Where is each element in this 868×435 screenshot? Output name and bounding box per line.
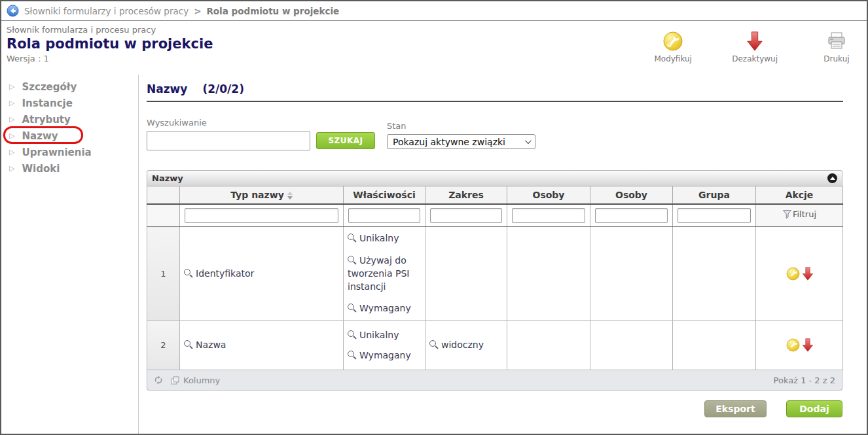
page-title: Rola podmiotu w projekcie [7, 36, 213, 52]
deactivate-arrow-icon [746, 30, 763, 52]
wrench-icon [662, 30, 684, 52]
filter-row: Filtruj [147, 204, 843, 227]
main-content: Nazwy (2/0/2) Wyszukiwanie SZUKAJ Stan P… [139, 75, 867, 434]
search-label: Wyszukiwanie [147, 118, 310, 128]
app-window: Słowniki formularzy i procesów pracy > R… [0, 0, 868, 435]
filter-input-osoby-1[interactable] [512, 208, 585, 223]
sidebar-item-uprawnienia[interactable]: ▷ Uprawnienia [1, 144, 138, 160]
sidebar-item-nazwy[interactable]: ▷ Nazwy [1, 128, 138, 144]
expand-triangle-icon: ▷ [9, 148, 14, 156]
row-number: 1 [147, 227, 180, 321]
filter-input-wlasciwosci[interactable] [348, 208, 420, 223]
dictionary-subtitle: Słownik formularza i procesu pracy [7, 25, 213, 35]
panel-title: Nazwy [152, 173, 183, 183]
collapse-panel-button[interactable] [827, 173, 837, 183]
column-header-typ-nazwy[interactable]: Typ nazwy [180, 186, 344, 204]
panel-header: Nazwy [147, 170, 842, 186]
expand-triangle-icon: ▷ [9, 116, 14, 123]
sidebar-item-widoki[interactable]: ▷ Widoki [1, 160, 138, 177]
filter-input-grupa[interactable] [678, 208, 751, 223]
add-button[interactable]: Dodaj [786, 400, 842, 417]
state-filter-select[interactable]: Pokazuj aktywne związki [387, 134, 535, 149]
print-button[interactable]: Drukuj [817, 30, 856, 63]
osoby-cell-2 [590, 321, 673, 370]
osoby-cell-2 [590, 227, 673, 321]
table-row: 1 Identyfikator Unikalny Używaj do tworz… [147, 227, 843, 321]
columns-button[interactable]: Kolumny [171, 375, 220, 385]
chevron-down-icon [525, 137, 532, 144]
names-table: Typ nazwy Właściwości Zakres Osoby Osoby… [147, 186, 843, 370]
sidebar: ▷ Szczegóły ▷ Instancje ▷ Atrybuty ▷ Naz… [1, 75, 139, 434]
breadcrumb: Słowniki formularzy i procesów pracy > R… [1, 1, 867, 21]
magnifier-icon[interactable] [184, 269, 193, 278]
state-filter-selected-value: Pokazuj aktywne związki [393, 137, 505, 147]
search-area: Wyszukiwanie SZUKAJ Stan Pokazuj aktywne… [147, 118, 843, 150]
paging-info: Pokaż 1 - 2 z 2 [774, 375, 835, 385]
table-header-row: Typ nazwy Właściwości Zakres Osoby Osoby… [147, 186, 843, 204]
osoby-cell-1 [507, 321, 590, 370]
magnifier-icon[interactable] [348, 351, 357, 360]
sidebar-item-szczegoly[interactable]: ▷ Szczegóły [1, 78, 138, 95]
triangle-up-icon [830, 177, 835, 180]
grupa-cell [673, 227, 756, 321]
table-footer: Kolumny Pokaż 1 - 2 z 2 [147, 370, 842, 391]
export-button[interactable]: Eksport [704, 400, 767, 417]
section-header: Nazwy (2/0/2) [147, 82, 843, 102]
sort-icon[interactable] [287, 192, 293, 200]
magnifier-icon[interactable] [348, 330, 357, 339]
column-header-zakres: Zakres [425, 186, 507, 204]
version-label: Wersja : 1 [7, 54, 213, 63]
magnifier-icon[interactable] [184, 340, 193, 349]
column-header-wlasciwosci: Właściwości [344, 186, 425, 204]
filter-input-zakres[interactable] [430, 208, 502, 223]
section-title: Nazwy [147, 82, 187, 96]
column-header-akcje: Akcje [756, 186, 843, 204]
refresh-icon[interactable] [154, 375, 163, 385]
row-modify-icon[interactable] [786, 266, 801, 281]
filter-input-osoby-2[interactable] [595, 208, 668, 223]
filter-apply-button[interactable]: Filtruj [782, 209, 816, 219]
bottom-buttons: Eksport Dodaj [147, 400, 842, 417]
section-counter: (2/0/2) [202, 82, 244, 96]
column-header-osoby-1: Osoby [507, 186, 590, 204]
search-input[interactable] [147, 131, 310, 150]
deactivate-button[interactable]: Dezaktywuj [732, 30, 778, 63]
breadcrumb-current: Rola podmiotu w projekcie [206, 6, 339, 16]
zakres-cell [425, 227, 507, 321]
table-row: 2 Nazwa Unikalny Wymagany widoczny [147, 321, 843, 370]
column-header-empty [147, 186, 180, 204]
back-arrow-icon[interactable] [7, 5, 19, 17]
columns-icon [171, 376, 179, 385]
funnel-icon [782, 209, 792, 219]
deactivate-button-label: Dezaktywuj [732, 54, 778, 63]
expand-triangle-icon: ▷ [9, 83, 14, 90]
modify-button[interactable]: Modyfikuj [653, 30, 693, 63]
state-filter-label: Stan [387, 121, 535, 131]
column-header-grupa: Grupa [673, 186, 756, 204]
page-header: Słownik formularza i procesu pracy Rola … [1, 21, 867, 75]
row-modify-icon[interactable] [786, 338, 801, 353]
magnifier-icon[interactable] [429, 340, 439, 349]
wlasciwosci-cell: Unikalny Używaj do tworzenia PSI instanc… [344, 227, 425, 321]
sidebar-item-instancje[interactable]: ▷ Instancje [1, 95, 138, 111]
names-table-panel: Nazwy Typ nazwy Właściwości Zakres [147, 170, 842, 417]
print-button-label: Drukuj [823, 54, 849, 63]
typ-nazwy-cell: Nazwa [180, 321, 344, 370]
akcje-cell [756, 321, 843, 370]
akcje-cell [756, 227, 843, 321]
expand-triangle-icon: ▷ [9, 132, 14, 139]
breadcrumb-root-link[interactable]: Słowniki formularzy i procesów pracy [24, 6, 189, 16]
wlasciwosci-cell: Unikalny Wymagany [344, 321, 425, 370]
expand-triangle-icon: ▷ [9, 165, 14, 172]
filter-input-typ-nazwy[interactable] [185, 208, 338, 223]
typ-nazwy-cell: Identyfikator [180, 227, 344, 321]
grupa-cell [673, 321, 756, 370]
magnifier-icon[interactable] [348, 304, 357, 313]
search-button[interactable]: SZUKAJ [316, 132, 375, 149]
magnifier-icon[interactable] [348, 256, 357, 265]
row-deactivate-icon[interactable] [802, 338, 814, 353]
sidebar-item-atrybuty[interactable]: ▷ Atrybuty [1, 111, 138, 128]
magnifier-icon[interactable] [348, 234, 357, 243]
column-header-osoby-2: Osoby [590, 186, 673, 204]
row-deactivate-icon[interactable] [802, 266, 814, 281]
